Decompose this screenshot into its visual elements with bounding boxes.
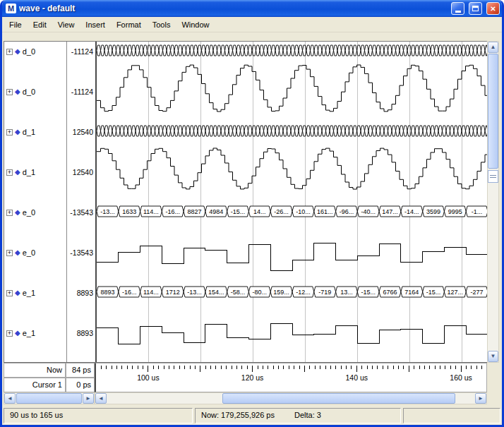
vertical-scrollbar-thumb[interactable] xyxy=(488,54,498,169)
expand-icon[interactable]: + xyxy=(6,89,13,95)
maximize-button[interactable] xyxy=(469,2,482,15)
waveform-canvas[interactable]: -13...1633114...-16...88274984-15...14..… xyxy=(97,42,487,362)
bus-value-label: 8893 xyxy=(100,289,114,296)
signal-row-e_1-6[interactable]: +◆e_1 xyxy=(4,283,66,303)
bus-value-label: -16... xyxy=(165,208,180,215)
bus-value-label: 114... xyxy=(143,208,159,215)
signal-name-label: e_1 xyxy=(23,329,35,337)
scroll-left-icon[interactable]: ◄ xyxy=(4,393,16,404)
pane-splitter-handle[interactable] xyxy=(488,170,498,183)
expand-icon[interactable]: + xyxy=(6,250,13,256)
waveform-column[interactable]: -13...1633114...-16...88274984-15...14..… xyxy=(95,42,487,362)
bus-value-label: 7164 xyxy=(404,289,419,296)
wave-horizontal-scrollbar[interactable]: ◄ ► xyxy=(95,392,487,404)
bus-value-label: -15... xyxy=(361,289,376,296)
expand-icon[interactable]: + xyxy=(6,169,13,176)
scroll-left-icon[interactable]: ◄ xyxy=(95,393,107,404)
signal-value-4: -13543 xyxy=(67,203,95,222)
grip-line xyxy=(490,175,496,176)
menu-insert[interactable]: Insert xyxy=(80,18,111,31)
signal-row-d_1-3[interactable]: +◆d_1 xyxy=(4,142,66,203)
menu-view[interactable]: View xyxy=(52,18,80,31)
scroll-right-icon[interactable]: ► xyxy=(83,393,94,404)
names-horizontal-scrollbar[interactable]: ◄ ► xyxy=(4,392,95,404)
menu-edit[interactable]: Edit xyxy=(28,18,52,31)
signal-name-label: d_0 xyxy=(23,47,35,56)
scroll-right-icon[interactable]: ► xyxy=(475,393,486,404)
signal-name-label: e_1 xyxy=(23,289,35,297)
wave-d_0-bus-dense[interactable] xyxy=(97,45,487,56)
signal-name-label: d_1 xyxy=(23,168,35,176)
signal-value-0: -11124 xyxy=(67,42,95,61)
bus-value-label: 114... xyxy=(143,289,159,296)
window-title: wave - default xyxy=(19,4,447,13)
close-icon: ✕ xyxy=(490,5,496,13)
expand-icon[interactable]: + xyxy=(6,330,13,337)
signal-value-1: -11124 xyxy=(67,61,95,122)
bus-value-label: -277 xyxy=(471,289,484,296)
bus-value-label: -14... xyxy=(404,208,419,215)
status-time-cell: Now: 179,255,926 ps Delta: 3 xyxy=(195,408,401,423)
wave-d_1-analog[interactable] xyxy=(97,148,487,189)
signal-value-6: 8893 xyxy=(67,283,95,303)
bus-value-label: 147... xyxy=(382,208,398,215)
bus-value-label: -13... xyxy=(100,208,115,215)
bus-value-label: 3599 xyxy=(426,208,440,215)
signal-name-label: d_1 xyxy=(23,128,35,136)
wave-e_1-analog[interactable] xyxy=(97,324,487,344)
bus-value-label: 154... xyxy=(208,289,224,296)
signal-value-5: -13543 xyxy=(67,222,95,283)
signal-row-e_0-5[interactable]: +◆e_0 xyxy=(4,222,66,283)
bus-value-label: 8827 xyxy=(187,208,201,215)
scroll-up-icon[interactable]: ▲ xyxy=(488,42,498,53)
bus-value-label: -80... xyxy=(253,289,268,296)
now-value-cell: 84 ps xyxy=(66,363,95,378)
signal-area: +◆d_0+◆d_0+◆d_1+◆d_1+◆e_0+◆e_0+◆e_1+◆e_1… xyxy=(4,41,487,363)
time-ruler[interactable]: 100 us120 us140 us160 us xyxy=(95,363,487,392)
menu-window[interactable]: Window xyxy=(176,18,215,31)
cursor1-value-cell[interactable]: 0 ps xyxy=(66,378,95,392)
wave-scrollbar-thumb[interactable] xyxy=(222,393,455,404)
status-range: 90 us to 165 us xyxy=(4,408,193,423)
bus-value-label: -58... xyxy=(231,289,246,296)
expand-icon[interactable]: + xyxy=(6,49,13,55)
signal-row-e_0-4[interactable]: +◆e_0 xyxy=(4,203,66,222)
ruler-label: 140 us xyxy=(346,373,368,382)
wave-e_0-analog[interactable] xyxy=(97,243,487,270)
expand-icon[interactable]: + xyxy=(6,290,13,296)
signal-row-d_0-0[interactable]: +◆d_0 xyxy=(4,42,66,61)
scroll-down-icon[interactable]: ▼ xyxy=(488,351,498,362)
status-now: Now: 179,255,926 ps xyxy=(201,411,275,421)
names-scrollbar-thumb[interactable] xyxy=(16,393,82,404)
menu-tools[interactable]: Tools xyxy=(147,18,176,31)
close-button[interactable]: ✕ xyxy=(486,2,500,15)
menu-format[interactable]: Format xyxy=(111,18,147,31)
ruler-label: 120 us xyxy=(241,373,264,382)
signal-row-d_1-2[interactable]: +◆d_1 xyxy=(4,122,66,142)
signal-diamond-icon: ◆ xyxy=(15,330,20,337)
menu-file[interactable]: File xyxy=(4,18,28,31)
signal-values-column: -11124-111241254012540-13543-13543889388… xyxy=(66,42,95,362)
wave-panel: +◆d_0+◆d_0+◆d_1+◆d_1+◆e_0+◆e_0+◆e_1+◆e_1… xyxy=(2,32,502,406)
bus-value-label: 4984 xyxy=(209,208,223,215)
minimize-button[interactable] xyxy=(451,2,464,15)
status-delta: Delta: 3 xyxy=(294,411,321,421)
signal-value-7: 8893 xyxy=(67,303,95,362)
wave-d_1-bus-dense[interactable] xyxy=(97,126,487,136)
signal-diamond-icon: ◆ xyxy=(15,169,20,176)
time-ruler-canvas: 100 us120 us140 us160 us xyxy=(96,363,486,392)
vertical-scrollbar[interactable]: ▲ ▼ xyxy=(487,41,499,363)
wave-d_0-analog[interactable] xyxy=(97,65,487,112)
signal-diamond-icon: ◆ xyxy=(15,249,20,256)
signal-row-d_0-1[interactable]: +◆d_0 xyxy=(4,61,66,122)
wave-window: M wave - default ✕ FileEditViewInsertFor… xyxy=(0,0,504,427)
bus-value-label: -40... xyxy=(361,208,376,215)
bus-value-label: -1... xyxy=(472,208,483,215)
titlebar[interactable]: M wave - default ✕ xyxy=(2,0,502,17)
expand-icon[interactable]: + xyxy=(6,129,13,136)
signal-names-column: +◆d_0+◆d_0+◆d_1+◆d_1+◆e_0+◆e_0+◆e_1+◆e_1 xyxy=(4,42,66,362)
signal-row-e_1-7[interactable]: +◆e_1 xyxy=(4,303,66,362)
expand-icon[interactable]: + xyxy=(6,210,13,216)
cursor1-label-cell[interactable]: Cursor 1 xyxy=(4,378,66,392)
bus-value-label: 161... xyxy=(317,208,333,215)
